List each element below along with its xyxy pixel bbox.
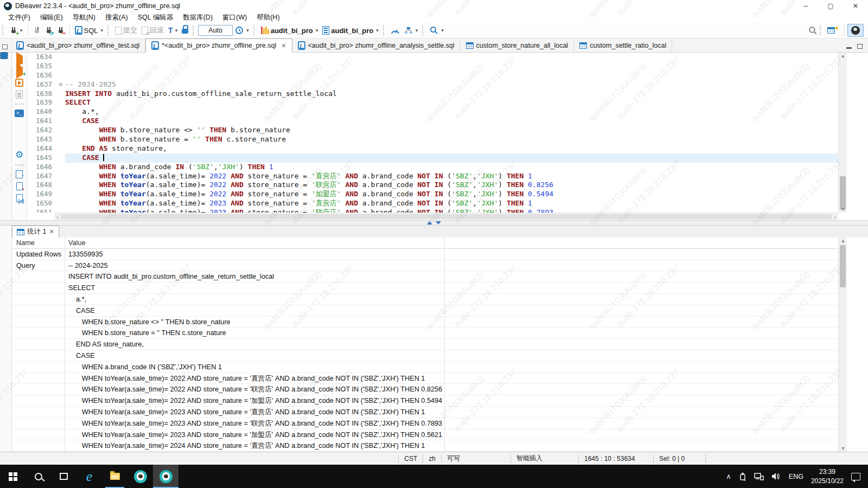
table-row[interactable]: SELECT <box>12 282 838 294</box>
taskbar-search-button[interactable] <box>25 465 51 488</box>
dbeaver-perspective-button[interactable] <box>847 24 864 37</box>
reconnect-button[interactable]: ⟳ <box>43 25 55 35</box>
file-variables-button[interactable]: (x) <box>16 194 23 202</box>
table-row[interactable]: Query-- 2024-2025 <box>12 260 838 272</box>
start-button[interactable] <box>0 465 25 488</box>
table-row[interactable]: WHEN toYear(a.sale_time)= 2022 AND store… <box>12 373 838 384</box>
menu-item[interactable]: 导航(N) <box>68 12 100 23</box>
sql-editor-button[interactable]: SQL▾ <box>73 25 106 36</box>
close-window-button[interactable]: ✕ <box>843 0 868 12</box>
tab-statistics[interactable]: 统计 1 ✕ <box>12 226 59 237</box>
editor-results-splitter[interactable] <box>0 220 868 226</box>
notification-center-icon[interactable] <box>851 473 860 480</box>
minimize-window-button[interactable]: ─ <box>793 0 818 12</box>
taskbar-clock[interactable]: 23:39 2025/10/22 <box>811 467 844 485</box>
explain-plan-button[interactable] <box>16 91 23 99</box>
column-header-name[interactable]: Name <box>12 237 65 248</box>
menu-item[interactable]: 搜索(A) <box>100 12 133 23</box>
sql-code-editor[interactable]: 1634163516361637⊖-- 2024-20251638INSERT … <box>27 53 838 213</box>
execute-statement-button[interactable] <box>16 56 23 63</box>
table-row[interactable]: WHEN toYear(a.sale_time)= 2022 AND store… <box>12 395 838 407</box>
scroll-down-arrow[interactable]: ▼ <box>839 446 847 451</box>
quick-search-icon[interactable] <box>808 26 818 35</box>
table-row[interactable]: WHEN b.store_nature = '' THEN c.store_na… <box>12 328 838 339</box>
execute-new-tab-button[interactable]: + <box>16 67 23 75</box>
minimize-panel-button[interactable] <box>846 47 852 49</box>
speaker-icon[interactable] <box>771 472 781 480</box>
table-row[interactable]: WHEN toYear(a.sale_time)= 2023 AND store… <box>12 418 838 429</box>
editor-tab[interactable]: custom_settle_ratio_local <box>574 38 672 52</box>
commit-mode-combo[interactable]: Auto <box>198 25 233 36</box>
new-connection-button[interactable]: +▾ <box>8 25 25 35</box>
maximize-panel-button[interactable] <box>857 44 863 49</box>
scrollbar-thumb[interactable] <box>840 245 846 287</box>
column-header-value[interactable]: Value <box>65 237 445 248</box>
commit-button[interactable]: ▫提交 <box>113 24 139 36</box>
close-tab-icon[interactable]: ✕ <box>281 42 286 49</box>
tray-expand-chevron[interactable]: ∧ <box>726 472 731 480</box>
results-vertical-scrollbar[interactable]: ▲ ▼ <box>838 237 847 452</box>
table-row[interactable]: Updated Rows133559935 <box>12 249 838 260</box>
file-explorer-button[interactable] <box>102 465 127 488</box>
editor-tab[interactable]: *<audit_bi_pro> zhumr_offline_pre.sql✕ <box>145 38 292 53</box>
close-results-tab-icon[interactable]: ✕ <box>49 228 54 235</box>
table-row[interactable]: CASE <box>12 350 838 362</box>
table-row[interactable]: END AS store_nature, <box>12 339 838 350</box>
table-row[interactable]: a.*, <box>12 294 838 305</box>
execute-script-button[interactable] <box>15 79 23 87</box>
menu-item[interactable]: 帮助(H) <box>252 12 284 23</box>
transaction-mode-button[interactable]: T▾ <box>166 25 180 36</box>
task-view-button[interactable] <box>51 465 76 488</box>
scroll-up-arrow[interactable]: ▲ <box>839 53 847 59</box>
editor-horizontal-scrollbar[interactable]: ‹› <box>54 213 838 220</box>
dbeaver-taskbar-button-active[interactable] <box>153 465 178 488</box>
scroll-right-arrow[interactable]: › <box>834 214 836 220</box>
table-row[interactable]: WHEN toYear(a.sale_time)= 2022 AND store… <box>12 384 838 395</box>
table-row[interactable]: WHEN toYear(a.sale_time)= 2023 AND store… <box>12 429 838 441</box>
chevron-down-icon[interactable]: ▾ <box>20 28 23 33</box>
table-row[interactable]: INSERT INTO audit_bi_pro.custom_offline_… <box>12 271 838 282</box>
scroll-down-arrow[interactable]: ▼ <box>839 207 847 212</box>
restore-panel-icon[interactable] <box>2 44 8 49</box>
dashboard-button[interactable] <box>388 25 402 36</box>
scroll-left-arrow[interactable]: ‹ <box>56 214 59 220</box>
connect-button[interactable] <box>31 25 43 35</box>
maximize-window-button[interactable]: ▢ <box>818 0 843 12</box>
menu-item[interactable]: 文件(F) <box>3 12 35 23</box>
dbeaver-taskbar-button[interactable] <box>127 465 153 488</box>
table-row[interactable]: WHEN toYear(a.sale_time)= 2024 AND store… <box>12 440 838 452</box>
table-row[interactable]: WHEN b.store_nature <> '' THEN b.store_n… <box>12 317 838 328</box>
toolbar-search-button[interactable]: ▾ <box>427 25 446 36</box>
scrollbar-thumb[interactable] <box>61 214 832 219</box>
table-row[interactable]: WHEN a.brand_code IN ('SBZ','JXH') THEN … <box>12 362 838 373</box>
open-perspective-button[interactable]: ★ <box>825 26 841 35</box>
internet-explorer-button[interactable]: e <box>76 465 102 488</box>
menu-item[interactable]: SQL 编辑器 <box>133 12 178 23</box>
table-row[interactable]: CASE <box>12 305 838 317</box>
disconnect-button[interactable]: ✂ <box>55 25 67 35</box>
editor-tab[interactable]: custom_store_nature_all_local <box>461 38 575 52</box>
editor-tab[interactable]: <audit_bi_pro> zhumr_offline_test.sql <box>11 38 145 52</box>
usb-device-icon[interactable] <box>739 472 746 481</box>
database-navigator-icon[interactable] <box>0 52 11 59</box>
save-file-button[interactable]: ▪ <box>16 182 23 190</box>
transaction-log-button[interactable]: ▾ <box>233 25 251 36</box>
menu-item[interactable]: 窗口(W) <box>218 12 252 23</box>
table-row[interactable]: WHEN toYear(a.sale_time)= 2023 AND store… <box>12 407 838 418</box>
rollback-button[interactable]: ↺回滚 <box>139 24 166 36</box>
language-indicator[interactable]: ENG <box>789 473 803 480</box>
editor-tab[interactable]: <audit_bi_pro> zhumr_offline_analysis_se… <box>292 38 461 52</box>
editor-settings-gear-icon[interactable]: ⚙ <box>15 151 23 159</box>
lock-button[interactable] <box>180 25 190 36</box>
connection-selector[interactable]: audit_bi_pro▾ <box>259 25 321 36</box>
schema-compare-button[interactable]: ▾ <box>402 25 420 35</box>
network-icon[interactable] <box>754 472 764 480</box>
editor-vertical-scrollbar[interactable]: ▲ ▼ <box>838 53 847 213</box>
export-result-button[interactable] <box>16 170 23 178</box>
scroll-up-arrow[interactable]: ▲ <box>839 238 847 243</box>
menu-item[interactable]: 数据库(D) <box>178 12 218 23</box>
splitter-down-arrow-icon[interactable] <box>436 221 441 224</box>
menu-item[interactable]: 编辑(E) <box>35 12 68 23</box>
database-selector[interactable]: audit_bi_pro▾ <box>320 25 381 36</box>
open-console-button[interactable]: >_ <box>15 110 24 117</box>
